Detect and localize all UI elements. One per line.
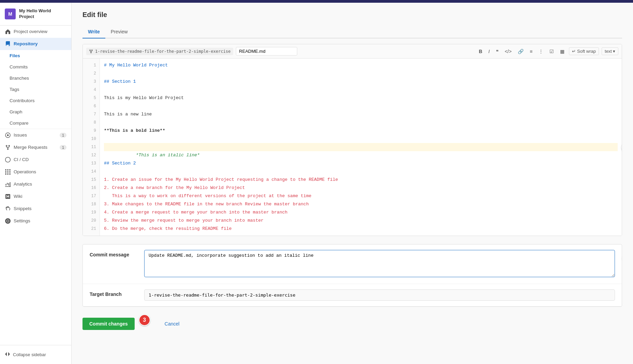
actions-row: Commit changes 3 Cancel [82, 312, 622, 335]
sidebar-item-contributors[interactable]: Contributors [0, 95, 71, 106]
snippets-icon [5, 206, 11, 212]
code-line-8 [104, 118, 618, 127]
code-line-9: **This is a bold line** [104, 127, 618, 135]
italic-button[interactable]: I [487, 47, 492, 56]
target-branch-label: Target Branch [90, 289, 144, 297]
sidebar-item-merge-requests[interactable]: Merge Requests 1 [0, 141, 71, 154]
sidebar-item-issues[interactable]: Issues 1 [0, 129, 71, 141]
link-button[interactable]: 🔗 [516, 47, 525, 56]
code-line-19: 4. Create a merge request to merge your … [104, 208, 618, 217]
svg-point-1 [7, 134, 9, 136]
sidebar-item-repository[interactable]: Repository [0, 38, 71, 50]
book-icon [5, 41, 11, 47]
wiki-icon [5, 193, 11, 200]
sidebar-item-compare[interactable]: Compare [0, 117, 71, 129]
sidebar: M My Hello World Project Project overvie… [0, 3, 72, 364]
code-line-3: ## Section 1 [104, 78, 618, 86]
issues-section: Issues 1 [0, 129, 71, 141]
code-line-14 [104, 168, 618, 176]
commit-message-input[interactable]: Update README.md, incorporate suggestion… [144, 250, 615, 277]
code-line-6 [104, 102, 618, 110]
code-line-17: This is a way to work on different versi… [104, 192, 618, 200]
code-line-11: *This is an italic line* 1 [104, 143, 618, 151]
line-numbers: 1 2 3 4 5 6 7 8 9 10 11 12 13 14 15 16 1 [83, 59, 100, 236]
branch-label: 1-revise-the-readme-file-for-the-part-2-… [86, 48, 233, 55]
sidebar-footer: Collapse sidebar [0, 345, 71, 364]
sidebar-item-label: Operations [14, 169, 36, 174]
sidebar-item-label: Files [10, 53, 20, 58]
soft-wrap-icon: ↵ [572, 49, 576, 54]
sidebar-item-wiki[interactable]: Wiki [0, 190, 71, 203]
editor-tabs: Write Preview [82, 26, 622, 38]
project-name: My Hello World Project [19, 8, 66, 20]
issues-icon [5, 132, 11, 138]
sidebar-item-label: Analytics [14, 181, 32, 187]
code-line-10 [104, 135, 618, 143]
sidebar-item-cicd[interactable]: CI / CD [0, 154, 71, 166]
main-content: Edit file Write Preview 1-revise-the-rea… [72, 3, 633, 364]
sidebar-item-label: Graph [10, 109, 22, 114]
filename-input[interactable] [236, 47, 297, 56]
soft-wrap-button[interactable]: ↵ Soft wrap [569, 47, 599, 55]
commit-form: Commit message Update README.md, incorpo… [82, 244, 622, 307]
sidebar-item-tags[interactable]: Tags [0, 84, 71, 95]
sidebar-item-operations[interactable]: Operations [0, 166, 71, 178]
sidebar-item-label: Project overview [14, 29, 47, 34]
code-button[interactable]: </> [503, 47, 513, 56]
sidebar-item-files[interactable]: Files [0, 50, 71, 61]
sidebar-item-project-overview[interactable]: Project overview [0, 26, 71, 38]
annotation-3: 3 [139, 314, 150, 326]
bold-button[interactable]: B [477, 47, 484, 56]
issues-badge: 1 [60, 133, 66, 138]
code-line-7: This is a new line [104, 110, 618, 118]
code-line-1: # My Hello World Project [104, 61, 618, 69]
commit-changes-button[interactable]: Commit changes [82, 318, 135, 330]
chevron-down-icon: ▾ [613, 49, 615, 54]
sidebar-item-label: Commits [10, 64, 28, 69]
sidebar-item-label: Repository [14, 41, 38, 46]
operations-icon [5, 169, 11, 175]
target-branch-row: Target Branch [83, 284, 622, 306]
text-dropdown-label: text [605, 49, 612, 54]
sidebar-item-label: Compare [10, 121, 29, 126]
code-line-4 [104, 86, 618, 94]
sidebar-item-settings[interactable]: Settings [0, 215, 71, 227]
collapse-sidebar-button[interactable]: Collapse sidebar [5, 349, 66, 360]
numbered-list-button[interactable]: ⋮ [537, 47, 545, 56]
sidebar-item-graph[interactable]: Graph [0, 106, 71, 117]
code-line-13: ## Section 2 [104, 159, 618, 168]
tab-preview[interactable]: Preview [105, 26, 133, 38]
sidebar-header: M My Hello World Project [0, 3, 71, 26]
top-bar [0, 0, 633, 3]
page-title: Edit file [82, 11, 622, 19]
sidebar-item-branches[interactable]: Branches [0, 73, 71, 84]
editor-toolbar: 1-revise-the-readme-file-for-the-part-2-… [83, 44, 622, 59]
code-line-2 [104, 69, 618, 78]
sidebar-item-snippets[interactable]: Snippets [0, 203, 71, 215]
code-line-20: 5. Review the merge request to merge you… [104, 217, 618, 225]
code-line-15: 1. Create an issue for the My Hello Worl… [104, 176, 618, 184]
analytics-icon [5, 181, 11, 187]
task-list-button[interactable]: ☑ [548, 47, 556, 56]
settings-icon [5, 218, 11, 224]
merge-requests-badge: 1 [60, 145, 66, 150]
commit-button-wrapper: Commit changes 3 [82, 318, 135, 330]
quote-button[interactable]: ❝ [494, 47, 500, 56]
bullet-list-button[interactable]: ≡ [528, 47, 534, 56]
annotation-1: 1 [621, 142, 622, 153]
table-button[interactable]: ▦ [558, 47, 566, 56]
editor-container: 1-revise-the-readme-file-for-the-part-2-… [82, 44, 622, 236]
sidebar-item-label: CI / CD [14, 157, 29, 162]
code-line-21: 6. Do the merge, check the resulting REA… [104, 225, 618, 233]
text-dropdown-button[interactable]: text ▾ [602, 47, 618, 55]
target-branch-input[interactable] [144, 289, 615, 301]
sidebar-item-commits[interactable]: Commits [0, 61, 71, 73]
sidebar-item-label: Snippets [14, 206, 32, 211]
target-branch-value [144, 289, 615, 301]
cancel-button[interactable]: Cancel [159, 318, 185, 330]
tab-write[interactable]: Write [82, 26, 105, 38]
commit-message-value: Update README.md, incorporate suggestion… [144, 250, 615, 278]
sidebar-item-analytics[interactable]: Analytics [0, 178, 71, 190]
merge-icon [5, 144, 11, 151]
code-content[interactable]: # My Hello World Project ## Section 1 Th… [100, 59, 622, 236]
